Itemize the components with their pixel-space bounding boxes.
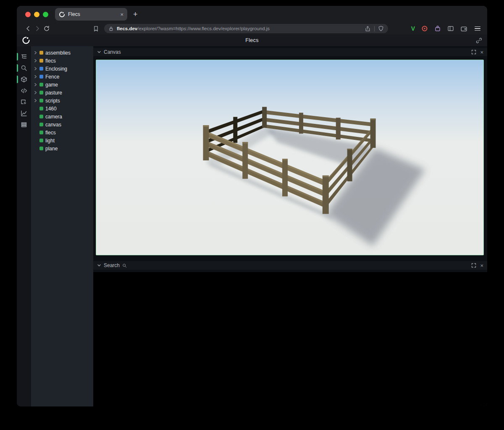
- sidebar-icon[interactable]: [447, 25, 454, 32]
- rail-stats-button[interactable]: [17, 109, 31, 118]
- v-extension-icon[interactable]: V: [411, 25, 415, 32]
- extension-icons: V: [411, 25, 467, 32]
- expand-chevron-icon[interactable]: [34, 66, 37, 71]
- flecs-favicon-icon: [59, 11, 65, 18]
- entity-color-square: [39, 107, 43, 110]
- tree-item[interactable]: 1460: [31, 105, 93, 113]
- menu-icon[interactable]: [475, 26, 480, 31]
- url-bar[interactable]: flecs.dev/explorer/?wasm=https://www.fle…: [104, 24, 388, 33]
- recorder-extension-icon[interactable]: [421, 25, 428, 32]
- url-text: flecs.dev/explorer/?wasm=https://www.fle…: [117, 26, 270, 31]
- tree-item[interactable]: Enclosing: [31, 65, 93, 73]
- fence-3d-render: [96, 60, 483, 255]
- entity-label: Enclosing: [45, 66, 67, 72]
- share-link-icon[interactable]: [476, 37, 482, 45]
- bookmark-icon[interactable]: [92, 26, 100, 32]
- rail-memory-button[interactable]: [17, 120, 31, 129]
- search-panel-title: Search: [104, 262, 120, 268]
- extensions-puzzle-icon[interactable]: [434, 25, 441, 32]
- back-button[interactable]: [24, 25, 33, 32]
- tree-item[interactable]: canvas: [31, 121, 93, 128]
- browser-window: Flecs × + flecs.dev/explorer/?wasm=https…: [17, 6, 487, 406]
- entity-tree-panel: assemblies flecs Enclosing Fence game pa…: [31, 46, 93, 406]
- app-content: assemblies flecs Enclosing Fence game pa…: [17, 46, 487, 406]
- collapse-chevron-icon[interactable]: [97, 263, 101, 267]
- tree-item[interactable]: scripts: [31, 97, 93, 105]
- tree-item[interactable]: camera: [31, 113, 93, 121]
- expand-chevron-icon[interactable]: [34, 58, 37, 63]
- search-panel-header[interactable]: Search ×: [93, 261, 487, 270]
- tree-item[interactable]: Fence: [31, 73, 93, 81]
- rail-cube-button[interactable]: [17, 75, 31, 84]
- entity-label: plane: [45, 146, 58, 152]
- window-controls: [25, 12, 48, 17]
- address-bar: flecs.dev/explorer/?wasm=https://www.fle…: [17, 23, 487, 34]
- fullscreen-icon[interactable]: [471, 263, 476, 268]
- share-icon[interactable]: [365, 26, 371, 32]
- entity-label: assemblies: [45, 50, 71, 56]
- tree-item[interactable]: plane: [31, 144, 93, 152]
- flecs-logo-icon: [22, 36, 30, 45]
- window-close-button[interactable]: [25, 12, 31, 17]
- entity-color-square: [39, 99, 43, 102]
- entity-color-square: [39, 51, 43, 55]
- desktop-background: Flecs × + flecs.dev/explorer/?wasm=https…: [0, 0, 504, 430]
- rail-code-button[interactable]: [17, 86, 31, 95]
- rail-tree-button[interactable]: [17, 52, 31, 61]
- expand-chevron-icon[interactable]: [34, 74, 37, 79]
- entity-color-square: [39, 131, 43, 134]
- divider: [374, 26, 375, 31]
- tree-item[interactable]: flecs: [31, 57, 93, 65]
- entity-tree-list: assemblies flecs Enclosing Fence game pa…: [31, 49, 93, 152]
- entity-label: flecs: [45, 130, 56, 136]
- entity-label: light: [45, 138, 55, 144]
- main-panel-area: Canvas ×: [93, 46, 487, 406]
- entity-color-square: [39, 75, 43, 79]
- window-zoom-button[interactable]: [43, 12, 48, 17]
- search-icon: [122, 263, 127, 268]
- entity-label: camera: [45, 114, 62, 120]
- entity-label: game: [45, 82, 58, 88]
- app-header: Flecs: [17, 34, 487, 46]
- entity-label: scripts: [45, 98, 60, 104]
- collapse-chevron-icon[interactable]: [97, 50, 101, 54]
- entity-color-square: [39, 139, 43, 142]
- entity-label: flecs: [45, 58, 56, 64]
- canvas-panel-header[interactable]: Canvas ×: [93, 48, 487, 56]
- window-minimize-button[interactable]: [34, 12, 39, 17]
- expand-chevron-icon[interactable]: [34, 82, 37, 87]
- new-tab-button[interactable]: +: [133, 10, 138, 18]
- tab-close-icon[interactable]: ×: [120, 12, 123, 17]
- tab-title: Flecs: [68, 11, 117, 17]
- tree-item[interactable]: assemblies: [31, 49, 93, 57]
- wallet-icon[interactable]: [460, 25, 467, 32]
- expand-chevron-icon[interactable]: [34, 98, 37, 103]
- rail-search-button[interactable]: [17, 63, 31, 73]
- fullscreen-icon[interactable]: [471, 50, 476, 55]
- expand-chevron-icon[interactable]: [34, 50, 37, 55]
- entity-color-square: [39, 123, 43, 126]
- forward-button[interactable]: [33, 25, 42, 32]
- reload-button[interactable]: [42, 25, 51, 32]
- canvas-close-icon[interactable]: ×: [480, 50, 483, 55]
- expand-chevron-icon[interactable]: [34, 90, 37, 95]
- entity-color-square: [39, 147, 43, 150]
- tree-item[interactable]: pasture: [31, 89, 93, 97]
- canvas-viewport[interactable]: [96, 60, 484, 255]
- app-title: Flecs: [245, 37, 258, 43]
- rail-inspect-button[interactable]: [17, 97, 31, 107]
- tree-item[interactable]: flecs: [31, 128, 93, 136]
- entity-label: Fence: [45, 74, 59, 80]
- entity-label: canvas: [45, 122, 61, 128]
- search-close-icon[interactable]: ×: [480, 263, 483, 268]
- left-icon-rail: [17, 46, 31, 406]
- shield-icon[interactable]: [378, 26, 384, 31]
- entity-color-square: [39, 91, 43, 94]
- tree-item[interactable]: light: [31, 136, 93, 144]
- browser-tab[interactable]: Flecs ×: [55, 8, 127, 21]
- entity-label: pasture: [45, 90, 62, 96]
- entity-color-square: [39, 115, 43, 118]
- lock-icon: [108, 26, 114, 31]
- tree-item[interactable]: game: [31, 81, 93, 89]
- entity-color-square: [39, 83, 43, 87]
